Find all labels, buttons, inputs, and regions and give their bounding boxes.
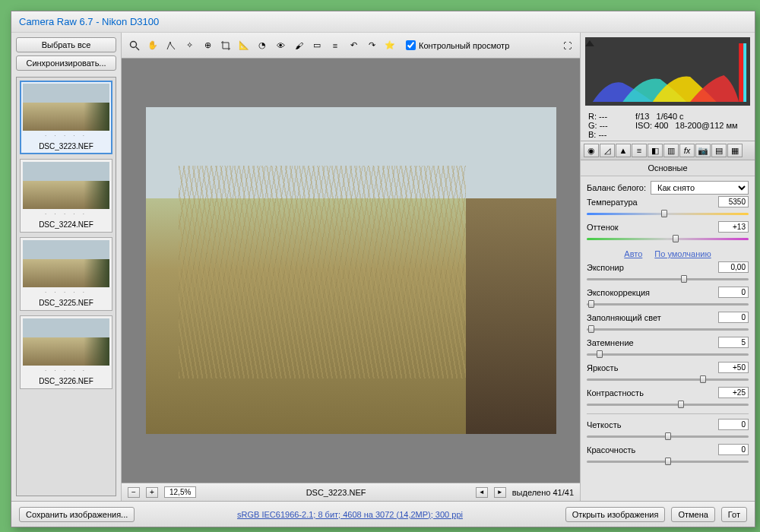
tab-split[interactable]: ◧ [648,144,663,157]
white-balance-tool-icon[interactable] [163,37,179,54]
tint-slider[interactable] [587,234,749,243]
color-readout: R: --- G: --- B: --- f/13 1/640 c ISO: 4… [581,110,755,141]
exposure-slider[interactable] [587,274,749,283]
save-images-button[interactable]: Сохранить изображения... [19,507,135,522]
temp-slider[interactable] [587,209,749,218]
thumbnail-filename: DSC_3224.NEF [23,219,109,230]
tint-label: Оттенок [587,223,714,232]
cancel-button[interactable]: Отмена [671,507,714,522]
done-button[interactable]: Гот [721,507,747,522]
rating-dots[interactable]: · · · · · [23,287,109,297]
rating-dots[interactable]: · · · · · [23,131,109,141]
blacks-slider[interactable] [587,350,749,359]
hand-tool-icon[interactable]: ✋ [144,37,161,54]
thumbnail-image [23,318,109,366]
preview-panel: ✋ ✧ ⊕ 📐 ◔ 👁 🖌 ▭ ≡ ↶ ↷ ⭐ Контрольный прос… [122,33,580,501]
preferences-icon[interactable]: ≡ [327,37,344,54]
clarity-label: Четкость [587,420,714,429]
rating-dots[interactable]: · · · · · [23,366,109,375]
thumbnail[interactable]: · · · · · DSC_3226.NEF [20,315,112,389]
tab-curve[interactable]: ◿ [600,144,615,157]
histogram[interactable] [585,37,750,106]
synchronize-button[interactable]: Синхронизировать... [16,55,116,71]
target-adjustment-tool-icon[interactable]: ⊕ [199,37,216,54]
selection-count: выделено 41/41 [512,488,574,497]
zoom-level[interactable]: 12,5% [164,486,196,498]
mark-delete-icon[interactable]: ⭐ [382,37,398,54]
blacks-value[interactable] [718,337,749,348]
graduated-filter-tool-icon[interactable]: ▭ [309,37,325,54]
temp-label: Температура [587,198,714,207]
workflow-link[interactable]: sRGB IEC61966-2.1; 8 бит; 4608 на 3072 (… [141,510,559,519]
thumbnail[interactable]: · · · · · DSC_3223.NEF [20,81,112,154]
crop-tool-icon[interactable] [217,37,234,54]
recovery-slider[interactable] [587,299,749,309]
rating-dots[interactable]: · · · · · [23,209,109,219]
preview-checkbox-input[interactable] [406,40,416,50]
contrast-slider[interactable] [587,400,749,409]
default-link[interactable]: По умолчанию [654,249,711,258]
blacks-label: Затемнение [587,338,714,347]
next-image-button[interactable]: ► [494,487,506,498]
preview-checkbox-label: Контрольный просмотр [419,41,509,50]
temp-value[interactable] [718,196,749,207]
spot-removal-tool-icon[interactable]: ◔ [254,37,271,54]
zoom-in-button[interactable]: + [146,487,158,498]
prev-image-button[interactable]: ◄ [476,487,488,498]
filmstrip-panel: Выбрать все Синхронизировать... · · · · … [11,33,122,501]
thumbnail-list[interactable]: · · · · · DSC_3223.NEF · · · · · DSC_322… [16,77,116,496]
fill-slider[interactable] [587,325,749,334]
select-all-button[interactable]: Выбрать все [16,37,116,52]
open-images-button[interactable]: Открыть изображения [565,507,666,522]
camera-raw-window: Camera Raw 6.7 - Nikon D3100 Выбрать все… [11,11,755,527]
adjustments-panel: R: --- G: --- B: --- f/13 1/640 c ISO: 4… [580,33,755,501]
image-preview-area[interactable] [122,59,580,483]
fill-value[interactable] [718,312,749,323]
zoom-out-button[interactable]: − [128,487,140,498]
tab-effects[interactable]: fx [679,144,695,157]
recovery-value[interactable] [718,287,749,298]
wb-label: Баланс белого: [587,183,646,192]
readout-g: G: --- [588,121,626,130]
thumbnail-filename: DSC_3223.NEF [23,141,109,151]
shutter-value: 1/640 c [657,112,684,121]
tab-lens[interactable]: ▥ [663,144,679,157]
tab-presets[interactable]: ▤ [711,144,727,157]
aperture-value: f/13 [635,112,649,121]
brightness-slider[interactable] [587,375,749,384]
thumbnail[interactable]: · · · · · DSC_3224.NEF [20,159,112,233]
straighten-tool-icon[interactable]: 📐 [236,37,252,54]
rotate-cw-icon[interactable]: ↷ [363,37,380,54]
fullscreen-toggle-icon[interactable]: ⛶ [559,37,575,54]
brightness-label: Яркость [587,363,714,372]
preview-statusbar: − + 12,5% DSC_3223.NEF ◄ ► выделено 41/4… [122,483,580,501]
readout-r: R: --- [588,112,626,121]
preview-image [146,107,556,434]
tab-detail[interactable]: ▲ [616,144,631,157]
vibrance-value[interactable] [718,444,749,455]
titlebar: Camera Raw 6.7 - Nikon D3100 [11,11,755,33]
lens-value: 18-200@112 мм [676,121,738,130]
rotate-ccw-icon[interactable]: ↶ [345,37,362,54]
svg-point-0 [131,41,137,47]
adjustment-brush-tool-icon[interactable]: 🖌 [290,37,307,54]
red-eye-tool-icon[interactable]: 👁 [272,37,289,54]
color-sampler-tool-icon[interactable]: ✧ [181,37,198,54]
clarity-slider[interactable] [587,432,749,441]
vibrance-slider[interactable] [587,457,749,466]
tab-snapshots[interactable]: ▦ [727,144,743,157]
clarity-value[interactable] [718,419,749,430]
auto-link[interactable]: Авто [624,249,642,258]
preview-checkbox[interactable]: Контрольный просмотр [406,40,509,50]
contrast-value[interactable] [718,387,749,398]
tab-hsl[interactable]: ≡ [632,144,647,157]
zoom-tool-icon[interactable] [126,37,143,54]
wb-select[interactable]: Как снято [651,181,749,195]
thumbnail-image [23,240,109,287]
tab-camera[interactable]: 📷 [695,144,711,157]
tab-basic[interactable]: ◉ [584,144,599,157]
exposure-value[interactable] [718,261,749,273]
brightness-value[interactable] [718,362,749,373]
tint-value[interactable] [718,221,749,233]
thumbnail[interactable]: · · · · · DSC_3225.NEF [20,237,112,311]
